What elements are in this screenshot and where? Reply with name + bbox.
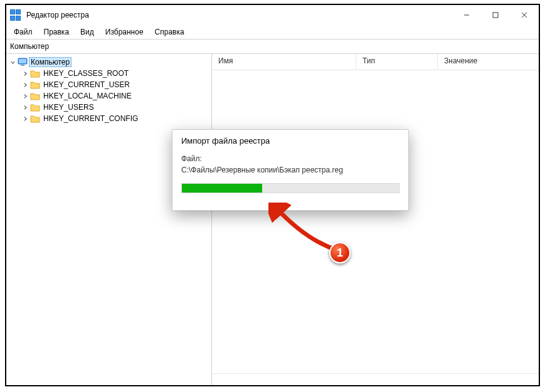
menu-help[interactable]: Справка	[150, 26, 189, 38]
tree-item[interactable]: HKEY_CLASSES_ROOT	[6, 68, 211, 79]
tree-item[interactable]: HKEY_LOCAL_MACHINE	[6, 90, 211, 102]
svg-rect-1	[493, 13, 498, 18]
tree-pane: Компьютер HKEY_CLASSES_ROOT HKEY_CURRENT…	[6, 54, 212, 385]
expand-icon[interactable]	[21, 105, 29, 110]
list-pane: Имя Тип Значение	[212, 54, 539, 385]
dialog-title: Импорт файла реестра	[181, 136, 399, 146]
progress-bar	[181, 183, 399, 193]
minimize-button[interactable]	[452, 5, 481, 25]
window-frame: Редактор реестра Файл Правка Вид Избранн…	[5, 4, 540, 386]
expand-icon[interactable]	[21, 82, 29, 88]
folder-icon	[30, 68, 40, 78]
computer-icon	[18, 57, 28, 67]
tree-root[interactable]: Компьютер	[6, 56, 211, 68]
folder-icon	[30, 114, 40, 124]
close-button[interactable]	[510, 5, 539, 25]
status-bar	[212, 374, 539, 385]
menu-file[interactable]: Файл	[9, 26, 38, 38]
expand-icon[interactable]	[21, 71, 29, 77]
collapse-icon[interactable]	[9, 60, 16, 65]
tree-item[interactable]: HKEY_CURRENT_USER	[6, 79, 211, 90]
address-path: Компьютер	[10, 42, 49, 51]
maximize-button[interactable]	[481, 5, 510, 25]
menu-view[interactable]: Вид	[75, 26, 99, 38]
titlebar: Редактор реестра	[6, 5, 539, 25]
import-dialog: Импорт файла реестра Файл: C:\Файлы\Резе…	[172, 129, 409, 211]
folder-icon	[30, 80, 40, 90]
list-body	[212, 70, 539, 374]
column-value[interactable]: Значение	[438, 54, 539, 70]
tree-item-label: HKEY_CURRENT_CONFIG	[41, 114, 140, 124]
progress-fill	[182, 184, 262, 193]
app-icon	[10, 9, 21, 21]
tree-item[interactable]: HKEY_USERS	[6, 102, 211, 113]
main-split: Компьютер HKEY_CLASSES_ROOT HKEY_CURRENT…	[6, 54, 539, 385]
titlebar-left: Редактор реестра	[6, 9, 89, 21]
tree-item-label: HKEY_USERS	[41, 102, 96, 112]
svg-rect-6	[21, 65, 24, 66]
column-type[interactable]: Тип	[356, 54, 438, 70]
expand-icon[interactable]	[21, 116, 29, 122]
menubar: Файл Правка Вид Избранное Справка	[6, 25, 539, 39]
list-header: Имя Тип Значение	[212, 54, 539, 70]
dialog-file-label: Файл:	[181, 154, 399, 163]
dialog-file-path: C:\Файлы\Резервные копии\Бэкап реестра.r…	[181, 166, 399, 174]
folder-icon	[30, 91, 40, 101]
folder-icon	[30, 102, 40, 112]
address-bar[interactable]: Компьютер	[6, 39, 539, 54]
expand-icon[interactable]	[21, 93, 29, 99]
column-name[interactable]: Имя	[212, 54, 356, 70]
window-controls	[452, 5, 539, 25]
tree-item[interactable]: HKEY_CURRENT_CONFIG	[6, 113, 211, 124]
tree-item-label: HKEY_CLASSES_ROOT	[41, 68, 130, 78]
tree-item-label: HKEY_CURRENT_USER	[41, 80, 132, 90]
menu-favorites[interactable]: Избранное	[100, 26, 149, 38]
tree-root-label: Компьютер	[29, 57, 71, 67]
tree-item-label: HKEY_LOCAL_MACHINE	[41, 91, 134, 101]
window-title: Редактор реестра	[26, 11, 89, 19]
svg-rect-5	[19, 59, 26, 63]
menu-edit[interactable]: Правка	[39, 26, 75, 38]
